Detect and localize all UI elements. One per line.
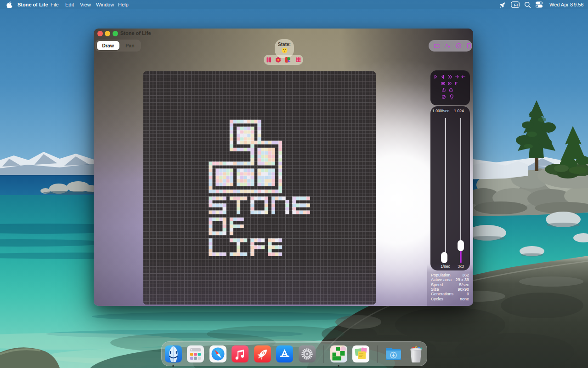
svg-text:FI: FI	[514, 3, 518, 7]
